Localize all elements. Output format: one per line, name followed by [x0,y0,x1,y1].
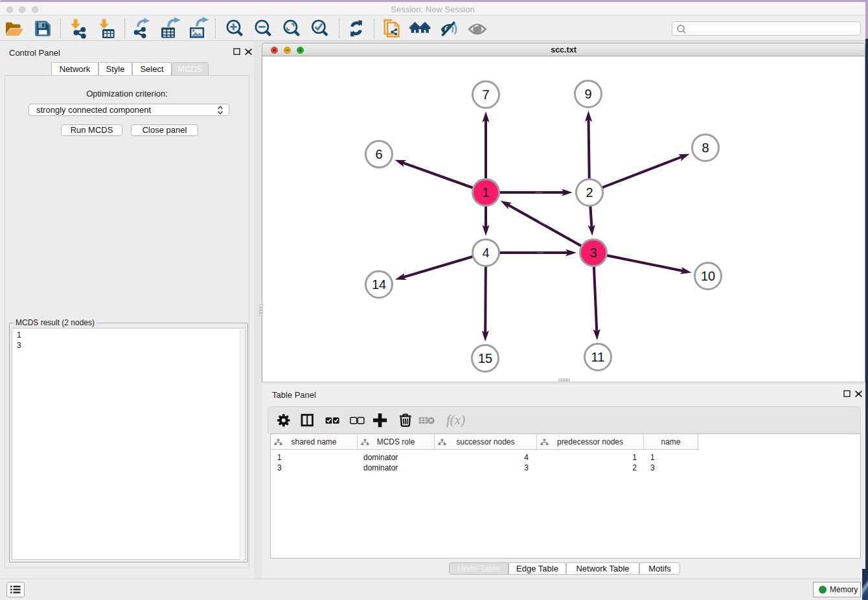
svg-text:6: 6 [375,147,382,161]
svg-text:2: 2 [586,185,593,200]
svg-text:4: 4 [482,246,489,260]
svg-text:10: 10 [701,269,715,283]
svg-text:f(x): f(x) [446,412,465,428]
svg-text:8: 8 [702,141,709,155]
svg-text:14: 14 [372,277,386,292]
svg-text:15: 15 [478,351,492,365]
svg-text:3: 3 [589,246,597,260]
svg-text:1: 1 [482,185,489,200]
svg-text:9: 9 [584,87,591,101]
svg-text:7: 7 [482,87,489,102]
svg-text:11: 11 [591,350,605,364]
